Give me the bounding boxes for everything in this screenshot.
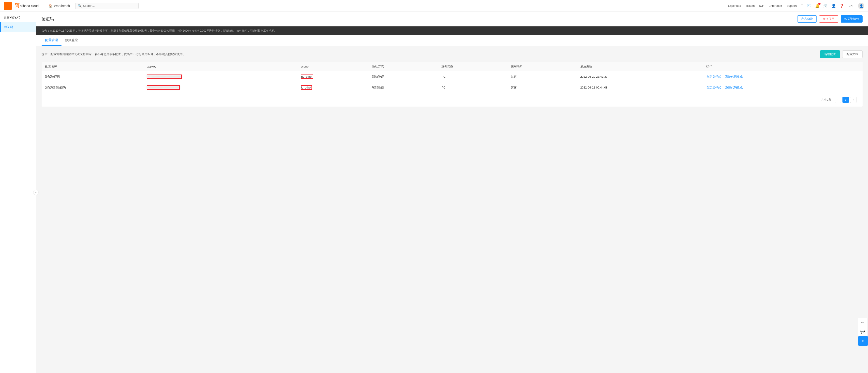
float-settings-button[interactable]: ⚙ — [858, 336, 868, 346]
cell-update-1: 2022-06-20 23:47:37 — [577, 71, 703, 82]
help-icon[interactable]: ❓ — [839, 4, 844, 8]
settings-icon: ⚙ — [862, 339, 865, 343]
app-body: 云盾●验证码 验证码 ≡ 验证码 产品功能 服务停用 购买资源包 公告：自202… — [0, 12, 868, 373]
page-header-actions: 产品功能 服务停用 购买资源包 — [797, 15, 863, 23]
bell-icon[interactable]: 🔔 · — [815, 4, 819, 8]
cell-business-2: PC — [438, 82, 507, 93]
search-bar[interactable]: 🔍 — [75, 3, 138, 9]
logo-text: alibaba cloud — [20, 4, 39, 8]
float-edit-button[interactable]: ✏ — [858, 318, 867, 327]
user-avatar[interactable]: 👤 — [858, 3, 864, 9]
search-icon: 🔍 — [78, 4, 82, 8]
top-navigation: 阿alibaba cloud 🏠 Workbench 🔍 Expenses Ti… — [0, 0, 868, 12]
add-config-button[interactable]: 新增配置 — [820, 50, 840, 58]
hint-text: 提示：配置管理目前暂时无法支持删除，若不再使用该条配置，代码中不进行调用即可，不… — [41, 52, 186, 56]
tab-data-monitoring[interactable]: 数据监控 — [61, 35, 81, 46]
customize-style-btn-1[interactable]: 自定义样式 — [706, 75, 721, 79]
icp-link[interactable]: ICP — [759, 4, 764, 7]
col-verify-method: 验证方式 — [368, 62, 438, 71]
workbench-label: Workbench — [54, 4, 70, 8]
cell-name-2: 测试智能验证码 — [41, 82, 143, 93]
cell-verify-1: 滑动验证 — [368, 71, 438, 82]
cell-name-1: 测试验证码 — [41, 71, 143, 82]
avatar-icon: 👤 — [860, 4, 863, 8]
nav-links: Expenses Tickets ICP Enterprise Support — [728, 4, 797, 7]
system-code-btn-1[interactable]: 系统代码集成 — [725, 75, 743, 79]
hamburger-menu[interactable] — [4, 2, 12, 10]
cell-verify-2: 智能验证 — [368, 82, 438, 93]
tab-bar: 配置管理 数据监控 — [36, 35, 868, 46]
floating-buttons: ✏ 💬 ⚙ — [858, 318, 868, 346]
chat-icon: 💬 — [860, 330, 865, 334]
action-separator-1: | — [723, 75, 723, 78]
pagination-page-1[interactable]: 1 — [842, 97, 849, 103]
content-area: 提示：配置管理目前暂时无法支持删除，若不再使用该条配置，代码中不进行调用即可，不… — [36, 46, 868, 111]
customize-style-btn-2[interactable]: 自定义样式 — [706, 86, 721, 90]
expenses-link[interactable]: Expenses — [728, 4, 741, 7]
pagination: 共有2条 ‹ 1 › — [41, 93, 863, 107]
appkey-highlight-1: FF550N000000000000B — [147, 74, 182, 79]
cell-business-1: PC — [438, 71, 507, 82]
cell-actions-2: 自定义样式 | 系统代码集成 — [703, 82, 863, 93]
scene-value-2: ic_other — [301, 86, 311, 89]
sidebar: 云盾●验证码 验证码 ≡ — [0, 12, 36, 373]
language-selector[interactable]: EN — [848, 4, 852, 7]
notification-badge: · — [818, 3, 820, 5]
float-chat-button[interactable]: 💬 — [858, 327, 867, 336]
product-features-button[interactable]: 产品功能 — [797, 15, 817, 23]
search-input[interactable] — [83, 4, 136, 7]
appkey-value-2: FR000000000000000B — [147, 86, 179, 89]
system-code-btn-2[interactable]: 系统代码集成 — [725, 86, 743, 90]
config-table: 配置名称 appkey scene 验证方式 业务类型 使用场景 最后更新 操作 — [41, 62, 863, 107]
table-header-row: 配置名称 appkey scene 验证方式 业务类型 使用场景 最后更新 操作 — [41, 62, 863, 71]
workbench-link[interactable]: 🏠 Workbench — [49, 4, 70, 8]
cell-usage-1: 其它 — [507, 71, 577, 82]
pagination-next[interactable]: › — [850, 97, 857, 103]
col-name: 配置名称 — [41, 62, 143, 71]
page-header: 验证码 产品功能 服务停用 购买资源包 — [36, 12, 868, 26]
buy-resources-button[interactable]: 购买资源包 — [841, 15, 863, 23]
pagination-prev[interactable]: ‹ — [835, 97, 841, 103]
enterprise-link[interactable]: Enterprise — [769, 4, 782, 7]
sidebar-breadcrumb: 云盾●验证码 — [0, 12, 36, 22]
edit-icon: ✏ — [861, 320, 864, 325]
announcement-text: 公告：自2020年11月20日起，验证码产品进行计费变更，新增收取最低配置费用1… — [41, 29, 277, 32]
appkey-highlight-2: FR000000000000000B — [147, 86, 180, 90]
col-appkey: appkey — [143, 62, 297, 71]
cell-scene-2: ic_other — [297, 82, 368, 93]
cell-appkey-1: FF550N000000000000B — [143, 71, 297, 82]
sidebar-item-captcha[interactable]: 验证码 — [0, 22, 36, 32]
sidebar-collapse-button[interactable]: ≡ — [33, 190, 39, 195]
logo: 阿alibaba cloud — [14, 2, 39, 9]
page-title: 验证码 — [41, 16, 54, 22]
cell-scene-1: nc_other — [297, 71, 368, 82]
service-disable-button[interactable]: 服务停用 — [819, 15, 838, 23]
person-icon[interactable]: 👤 — [831, 4, 836, 8]
cell-appkey-2: FR000000000000000B — [143, 82, 297, 93]
col-last-update: 最后更新 — [577, 62, 703, 71]
grid-icon[interactable]: ⊞ — [800, 4, 803, 8]
col-actions: 操作 — [703, 62, 863, 71]
col-scene: scene — [297, 62, 368, 71]
table-row: 测试智能验证码 FR000000000000000B ic_other — [41, 82, 863, 93]
tab-config-management[interactable]: 配置管理 — [41, 35, 61, 46]
nav-icon-group: ⊞ ✉️ 🔔 · 🛒 👤 ❓ EN 👤 — [800, 3, 864, 9]
sidebar-header-text: 云盾●验证码 — [4, 15, 20, 20]
announcement-banner: 公告：自2020年11月20日起，验证码产品进行计费变更，新增收取最低配置费用1… — [36, 26, 868, 35]
nav-divider — [46, 4, 46, 8]
hint-actions: 新增配置 配置文档 — [820, 50, 863, 58]
cell-actions-1: 自定义样式 | 系统代码集成 — [703, 71, 863, 82]
cell-update-2: 2022-06-21 00:44:08 — [577, 82, 703, 93]
cart-icon[interactable]: 🛒 — [823, 4, 828, 8]
mail-icon[interactable]: ✉️ — [807, 4, 811, 8]
home-icon: 🏠 — [49, 4, 53, 8]
sidebar-item-label: 验证码 — [4, 25, 13, 29]
appkey-value-1: FF550N000000000000B — [147, 75, 181, 78]
scene-highlight-1: nc_other — [301, 74, 313, 79]
config-docs-button[interactable]: 配置文档 — [842, 50, 863, 58]
scene-highlight-2: ic_other — [301, 86, 312, 90]
support-link[interactable]: Support — [786, 4, 797, 7]
hint-bar: 提示：配置管理目前暂时无法支持删除，若不再使用该条配置，代码中不进行调用即可，不… — [41, 50, 863, 58]
tickets-link[interactable]: Tickets — [745, 4, 755, 7]
main-content: 验证码 产品功能 服务停用 购买资源包 公告：自2020年11月20日起，验证码… — [36, 12, 868, 373]
